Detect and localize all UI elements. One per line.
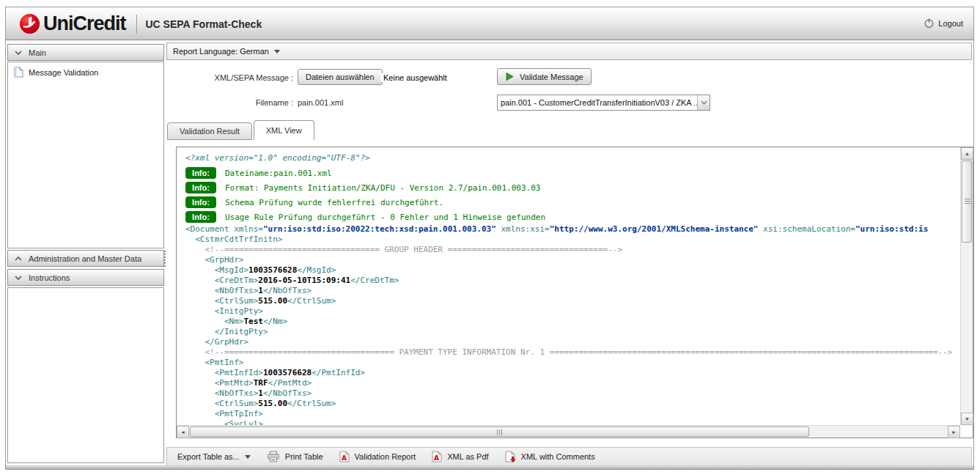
print-table-button[interactable]: Print Table [267, 451, 323, 462]
xml-code: <Document xmlns="urn:iso:std:iso:20022:t… [185, 224, 960, 425]
format-select[interactable]: pain.001 - CustomerCreditTransferInitiat… [497, 95, 710, 111]
xml-line: <PmtInfId>1003576628</PmtInfId> [185, 368, 960, 378]
scroll-down-button[interactable]: ▼ [961, 413, 973, 425]
xml-line: <Nm>Test</Nm> [185, 317, 960, 327]
info-message: Dateiname:pain.001.xml [225, 169, 332, 178]
xml-line: <CtrlSum>515.00</CtrlSum> [185, 399, 960, 409]
tab-xml-view[interactable]: XML View [254, 120, 314, 140]
validation-report-button[interactable]: A Validation Report [339, 451, 416, 462]
xml-line: <NbOfTxs>1</NbOfTxs> [185, 286, 960, 296]
report-language-dropdown[interactable]: Report Language: German [166, 43, 972, 60]
tab-bar: Validation Result XML View [167, 120, 972, 140]
window-footer-strip [6, 465, 973, 469]
xml-line: <PmtTpInf> [185, 409, 960, 419]
print-table-label: Print Table [285, 452, 323, 461]
export-table-as-button[interactable]: Export Table as... [177, 452, 251, 461]
xml-as-pdf-label: XML as Pdf [447, 452, 488, 461]
brand: UniCredit UC SEPA Format-Check [19, 12, 262, 35]
xml-line: </InitgPty> [185, 327, 960, 337]
sidebar-section-main[interactable]: Main [7, 44, 164, 61]
chevron-down-icon [701, 100, 707, 105]
tab-validation-result[interactable]: Validation Result [167, 122, 252, 140]
xml-line: <CstmrCdtTrfInitn> [185, 235, 960, 245]
info-message: Format: Payments Initiation/ZKA/DFU - Ve… [225, 183, 540, 193]
info-badge: Info: [185, 182, 216, 193]
printer-icon [267, 451, 280, 462]
validate-message-button[interactable]: Validate Message [497, 68, 592, 85]
xml-info-row: Info:Dateiname:pain.001.xml [185, 166, 960, 180]
horizontal-scroll-thumb[interactable] [190, 427, 809, 437]
export-toolbar: Export Table as... Print Table [166, 447, 972, 466]
export-table-as-label: Export Table as... [177, 452, 240, 461]
app-body: Main Message Validation Administration a… [6, 41, 973, 465]
xml-line: <NbOfTxs>1</NbOfTxs> [185, 388, 960, 399]
scroll-left-button[interactable]: ◄ [177, 426, 189, 438]
report-language-label: Report Language: German [173, 47, 269, 56]
xml-info-row: Info:Format: Payments Initiation/ZKA/DFU… [185, 180, 960, 195]
document-icon [14, 67, 23, 78]
brand-name: UniCredit [43, 12, 126, 35]
xml-as-pdf-button[interactable]: A XML as Pdf [432, 451, 488, 462]
caret-down-icon [274, 50, 280, 54]
scroll-up-button[interactable]: ▲ [961, 147, 973, 160]
chevron-down-icon [15, 51, 22, 55]
sidebar-section-label: Administration and Master Data [29, 254, 141, 263]
choose-file-button[interactable]: Dateien auswählen [298, 69, 383, 85]
chevron-down-icon [15, 276, 22, 280]
vertical-scroll-thumb[interactable] [962, 161, 972, 243]
filename-value: pain.001.xml [298, 98, 343, 107]
xml-view-panel: <?xml version="1.0" encoding="UTF-8"?> I… [176, 147, 973, 438]
logout-button[interactable]: Logout [924, 18, 963, 29]
xml-with-comments-label: XML with Comments [521, 452, 595, 461]
pdf-icon: A [432, 451, 442, 462]
play-icon [505, 72, 515, 81]
xml-line: <!--================================ GRO… [185, 245, 960, 255]
xml-line: <SvcLvl> [185, 419, 960, 425]
chevron-up-icon [15, 257, 22, 261]
xml-line: <CtrlSum>515.00</CtrlSum> [185, 296, 960, 306]
xml-prolog: <?xml version="1.0" encoding="UTF-8"?> [185, 153, 370, 163]
filename-label: Filename : [166, 98, 293, 107]
unicredit-logo-icon [19, 13, 40, 34]
validate-message-label: Validate Message [520, 73, 583, 81]
scroll-grip [497, 429, 503, 435]
vertical-scrollbar[interactable]: ▲ ▼ [960, 147, 973, 425]
xml-with-comments-button[interactable]: XML with Comments [505, 451, 595, 462]
xml-line: <MsgId>1003576628</MsgId> [185, 265, 960, 276]
sidebar: Main Message Validation Administration a… [7, 43, 164, 463]
sidebar-section-label: Main [29, 48, 46, 57]
xml-info-row: Info:Schema Prüfung wurde fehlerfrei dur… [185, 195, 960, 210]
download-pdf-icon [505, 451, 516, 462]
info-message: Schema Prüfung wurde fehlerfrei durchgef… [225, 198, 443, 207]
xml-line: <InitgPty> [185, 306, 960, 317]
file-status-text: Keine ausgewählt [380, 73, 450, 82]
sidebar-section-label: Instructions [29, 273, 70, 282]
xml-line: <GrpHdr> [185, 255, 960, 265]
svg-text:A: A [342, 454, 347, 462]
select-arrow-button[interactable] [697, 95, 710, 110]
power-icon [924, 18, 935, 29]
sidebar-section-instructions[interactable]: Instructions [7, 269, 164, 286]
xml-info-rows: Info:Dateiname:pain.001.xmlInfo:Format: … [185, 166, 960, 224]
xml-line: <CreDtTm>2016-05-10T15:09:41</CreDtTm> [185, 276, 960, 286]
svg-text:A: A [434, 454, 439, 462]
xml-line: <PmtInf> [185, 358, 960, 368]
info-badge: Info: [185, 196, 216, 208]
pdf-icon: A [339, 451, 350, 462]
info-badge: Info: [185, 167, 216, 179]
sidebar-item-message-validation[interactable]: Message Validation [8, 62, 163, 81]
validation-form: XML/SEPA Message : Dateien auswählen Kei… [166, 61, 972, 119]
sidebar-panel-main: Message Validation [7, 62, 164, 248]
xml-info-row: Info:Usage Rule Prüfung durchgeführt - 0… [185, 210, 960, 224]
xml-line: <!--=================================== … [185, 347, 960, 358]
scroll-right-button[interactable]: ► [948, 426, 960, 438]
page-title: UC SEPA Format-Check [146, 18, 262, 30]
scroll-grip [965, 199, 970, 204]
xml-line: </GrpHdr> [185, 337, 960, 347]
horizontal-scrollbar[interactable]: ◄ ► [177, 425, 960, 438]
sidebar-section-administration[interactable]: Administration and Master Data [7, 250, 164, 267]
sidebar-panel-bottom [7, 287, 164, 463]
sidebar-item-label: Message Validation [29, 68, 98, 77]
xml-sepa-message-label: XML/SEPA Message : [166, 73, 293, 82]
xml-prolog-line: <?xml version="1.0" encoding="UTF-8"?> [185, 153, 960, 166]
